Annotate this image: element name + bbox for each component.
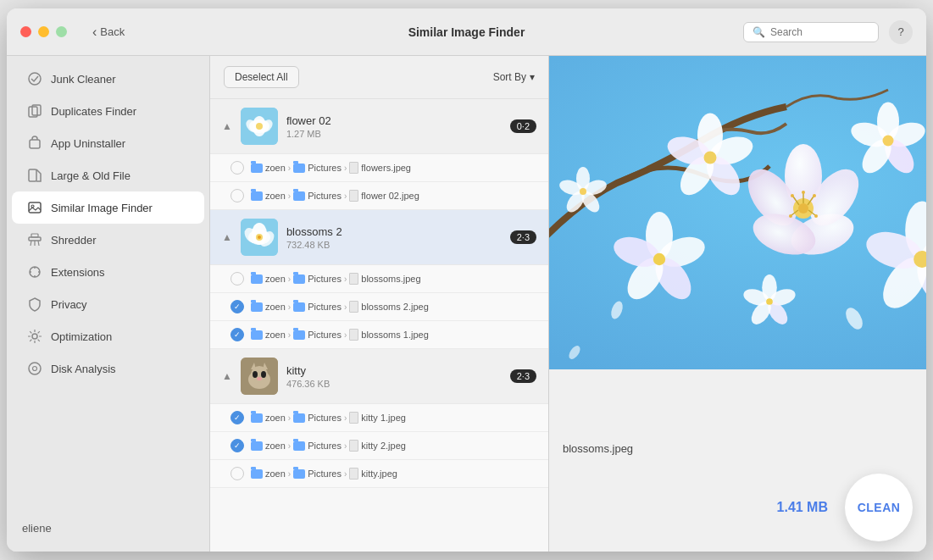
close-button[interactable] xyxy=(20,26,31,37)
titlebar-right: 🔍 ? xyxy=(743,20,913,44)
group-badge-blossom: 2·3 xyxy=(510,230,536,244)
folder-icon xyxy=(251,330,263,340)
sidebar-item-label: App Uninstaller xyxy=(51,137,125,150)
group-info-blossom: blossoms 2 732.48 KB xyxy=(286,225,502,250)
path-arrow: › xyxy=(288,164,291,173)
back-button[interactable]: ‹ Back xyxy=(92,25,125,40)
group-header-kitty[interactable]: ▲ xyxy=(210,349,548,404)
sidebar: Junk Cleaner Duplicates Finder xyxy=(7,56,210,552)
group-collapse-icon[interactable]: ▲ xyxy=(222,231,232,243)
file-checkbox-f1[interactable] xyxy=(230,161,244,175)
path-filename: kitty.jpeg xyxy=(361,469,397,479)
folder-icon xyxy=(251,441,263,451)
extensions-icon xyxy=(27,264,42,280)
sidebar-item-label: Extensions xyxy=(51,266,105,279)
large-old-file-icon xyxy=(27,168,42,183)
path-filename: flower 02.jpeg xyxy=(361,191,419,201)
file-checkbox-k1[interactable] xyxy=(230,411,244,424)
maximize-button[interactable] xyxy=(56,26,67,37)
path-arrow: › xyxy=(344,413,347,423)
path-filename: flowers.jpeg xyxy=(361,163,411,173)
sidebar-item-shredder[interactable]: Shredder xyxy=(12,224,204,256)
svg-point-10 xyxy=(32,334,37,339)
file-checkbox-f2[interactable] xyxy=(230,189,244,202)
group-info-kitty: kitty 476.36 KB xyxy=(286,364,502,389)
group-name: blossoms 2 xyxy=(286,225,502,238)
file-checkbox-b1[interactable] xyxy=(230,272,244,286)
sidebar-item-optimization[interactable]: Optimization xyxy=(12,320,204,352)
sidebar-item-large-old-file[interactable]: Large & Old File xyxy=(12,159,204,191)
search-input[interactable] xyxy=(770,26,869,38)
group-size: 1.27 MB xyxy=(286,129,502,139)
path-arrow: › xyxy=(288,330,291,340)
file-item: zoen › Pictures › blossoms.jpeg xyxy=(210,265,548,293)
file-path-f2: zoen › Pictures › flower 02.jpeg xyxy=(251,190,419,202)
svg-point-0 xyxy=(29,73,41,85)
file-item: zoen › Pictures › flowers.jpeg xyxy=(210,154,548,182)
file-checkbox-k3[interactable] xyxy=(230,467,244,480)
sidebar-item-junk-cleaner[interactable]: Junk Cleaner xyxy=(12,63,204,95)
path-arrow: › xyxy=(288,441,291,451)
help-button[interactable]: ? xyxy=(889,20,913,44)
path-part: Pictures xyxy=(308,469,342,479)
preview-section: blossoms.jpeg 1.41 MB CLEAN xyxy=(549,56,926,552)
group-collapse-icon[interactable]: ▲ xyxy=(222,370,232,382)
path-arrow: › xyxy=(288,274,291,284)
svg-point-12 xyxy=(33,367,37,371)
file-checkbox-b2[interactable] xyxy=(230,300,244,313)
group-name: flower 02 xyxy=(286,114,502,127)
file-icon xyxy=(349,301,358,313)
folder-icon xyxy=(293,164,305,173)
clean-button[interactable]: CLEAN xyxy=(845,474,913,541)
deselect-all-button[interactable]: Deselect All xyxy=(224,66,299,88)
path-filename: blossoms 1.jpeg xyxy=(361,330,429,340)
path-part: Pictures xyxy=(308,302,342,312)
svg-rect-7 xyxy=(29,237,41,241)
sidebar-item-similar-image-finder[interactable]: Similar Image Finder xyxy=(12,191,204,224)
path-filename: blossoms 2.jpeg xyxy=(361,302,429,312)
group-header-blossoms[interactable]: ▲ xyxy=(210,210,548,265)
group-collapse-icon[interactable]: ▲ xyxy=(222,120,232,132)
sidebar-item-label: Duplicates Finder xyxy=(51,105,136,118)
search-box[interactable]: 🔍 xyxy=(743,22,879,42)
file-checkbox-k2[interactable] xyxy=(230,439,244,452)
folder-icon xyxy=(293,274,305,284)
file-icon xyxy=(349,273,358,285)
folder-icon xyxy=(293,469,305,479)
sidebar-item-label: Similar Image Finder xyxy=(51,202,153,214)
file-item: zoen › Pictures › blossoms 1.jpeg xyxy=(210,321,548,349)
path-arrow: › xyxy=(344,164,347,173)
svg-point-25 xyxy=(258,236,261,239)
file-checkbox-b3[interactable] xyxy=(230,328,244,341)
svg-point-43 xyxy=(802,191,805,194)
folder-icon xyxy=(251,469,263,479)
path-filename: kitty 1.jpeg xyxy=(361,413,406,423)
group-thumbnail-flower xyxy=(241,108,278,145)
path-part: Pictures xyxy=(308,163,342,173)
sidebar-item-label: Disk Analysis xyxy=(51,363,116,375)
svg-point-41 xyxy=(798,203,808,213)
svg-point-81 xyxy=(580,188,586,195)
search-icon: 🔍 xyxy=(753,26,765,38)
app-uninstaller-icon xyxy=(27,136,42,151)
minimize-button[interactable] xyxy=(38,26,49,37)
sidebar-item-duplicates-finder[interactable]: Duplicates Finder xyxy=(12,95,204,127)
sidebar-item-privacy[interactable]: Privacy xyxy=(12,288,204,320)
sidebar-item-extensions[interactable]: Extensions xyxy=(12,256,204,288)
traffic-lights xyxy=(20,26,67,37)
group-badge-flower: 0·2 xyxy=(510,119,536,133)
svg-point-49 xyxy=(814,214,818,218)
sidebar-item-app-uninstaller[interactable]: App Uninstaller xyxy=(12,127,204,159)
file-path-b3: zoen › Pictures › blossoms 1.jpeg xyxy=(251,329,429,341)
sidebar-footer: eliene xyxy=(7,512,209,545)
file-list-scroll[interactable]: ▲ flower 02 xyxy=(210,99,548,552)
sort-by-dropdown[interactable]: Sort By ▾ xyxy=(493,71,535,83)
group-header-flower-02[interactable]: ▲ flower 02 xyxy=(210,99,548,154)
folder-icon xyxy=(251,302,263,312)
sidebar-item-disk-analysis[interactable]: Disk Analysis xyxy=(12,352,204,385)
path-part: zoen xyxy=(265,441,286,451)
file-path-k1: zoen › Pictures › kitty 1.jpeg xyxy=(251,412,406,424)
file-icon xyxy=(349,162,358,174)
sidebar-item-label: Privacy xyxy=(51,298,87,311)
svg-point-63 xyxy=(883,136,894,147)
